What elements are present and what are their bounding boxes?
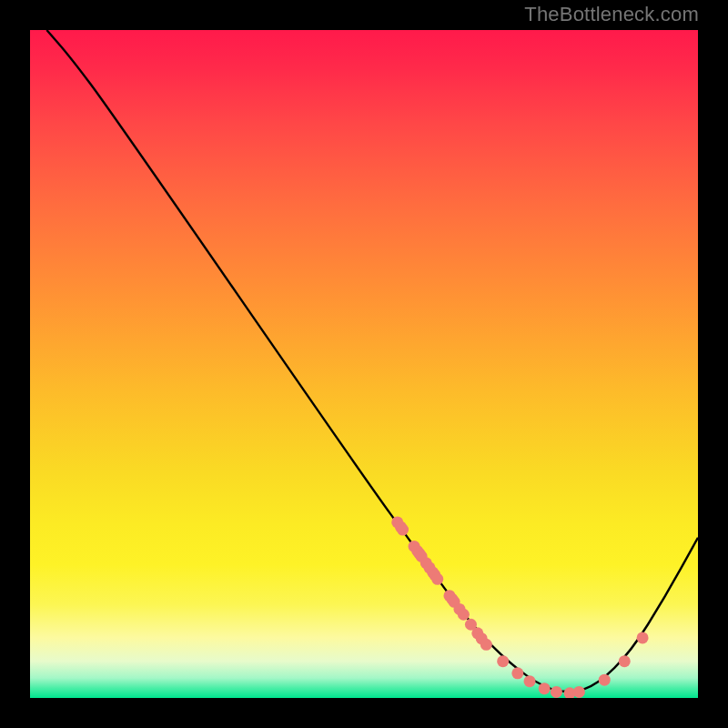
data-point [480, 639, 492, 651]
data-point [619, 655, 631, 667]
data-point [599, 674, 611, 686]
data-point [573, 686, 585, 698]
data-point [524, 675, 536, 687]
data-point [497, 655, 509, 667]
chart-svg [30, 30, 698, 698]
plot-area [30, 30, 698, 698]
data-point [458, 609, 470, 621]
attribution-text: TheBottleneck.com [524, 3, 699, 26]
data-point [637, 632, 649, 643]
data-point [431, 573, 443, 585]
curve-line [46, 30, 698, 692]
data-point [551, 686, 562, 698]
bottleneck-curve [46, 30, 698, 692]
data-point [511, 667, 523, 679]
data-markers [391, 516, 648, 698]
data-point [539, 682, 551, 694]
data-point [397, 524, 409, 536]
chart-frame: TheBottleneck.com [0, 0, 728, 728]
